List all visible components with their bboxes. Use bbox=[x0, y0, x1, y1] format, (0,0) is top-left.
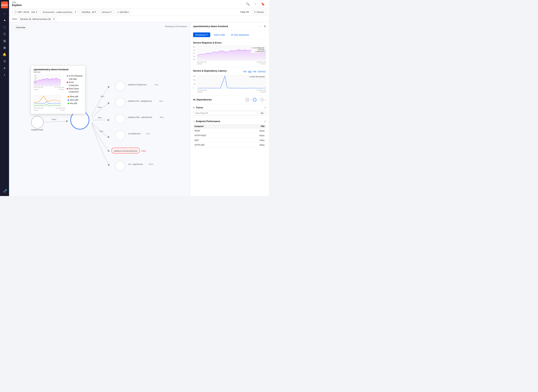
add-to-filter-btn[interactable]: Add to Filter bbox=[212, 33, 227, 37]
sidebar-item-logs[interactable]: ☰ bbox=[1, 31, 8, 37]
sidebar-item-dashboard[interactable]: ⊞ bbox=[1, 58, 8, 64]
tooltip-requests-chart-wrap: 8/s6/s4/s2/s0/s 10:57:30 AM 11:12:30 AM … bbox=[33, 74, 64, 93]
rp-lat-x-start: 10:34:50 AM TODAY bbox=[197, 89, 207, 93]
col-p99[interactable]: P99 bbox=[253, 71, 256, 73]
rp-latency-section: Service & Dependency Latency P50 P90 P99… bbox=[190, 67, 269, 96]
dep-chevron-icon[interactable]: › bbox=[265, 98, 266, 101]
services-label: Services bbox=[102, 11, 110, 13]
header-plus-icon[interactable]: ＋ bbox=[252, 1, 259, 7]
sidebar-item-home[interactable]: ⌂ bbox=[1, 10, 8, 17]
node-recommendation[interactable] bbox=[115, 114, 125, 124]
rp-latency-chart-row: 30s 20s 10s 0 bbox=[193, 75, 266, 93]
tooltip-requests-row: 8/s6/s4/s2/s0/s 10:57:30 AM 11:12:30 AM … bbox=[33, 74, 83, 93]
rp-req-x-end: 10:49:50 AM TODAY bbox=[256, 61, 266, 65]
refresh-btn[interactable]: ↻ Refresh bbox=[252, 10, 266, 14]
endpoint-icon: ↑. bbox=[193, 120, 195, 123]
service-tooltip: opentelemetry-demo-frontend Service bbox=[31, 65, 85, 114]
rp-latency-title: Service & Dependency Latency bbox=[193, 70, 227, 72]
workflow-label: Workflow : All bbox=[82, 11, 94, 13]
tooltip-latency-times: 10:57:30 AM 11:12:30 AM bbox=[33, 107, 65, 109]
node-ad-label: .mo.AdService bbox=[128, 133, 140, 135]
col-service[interactable]: SERVICE bbox=[258, 71, 266, 73]
node-loadgenerator[interactable] bbox=[31, 116, 43, 128]
edge-label-8ms: 8ms bbox=[98, 117, 102, 119]
endpoint-col-p90: P90 bbox=[240, 124, 266, 129]
breakdown-btn[interactable]: Breakdown ▾ bbox=[193, 33, 210, 37]
sidebar-item-settings[interactable]: ⚙ bbox=[1, 188, 8, 195]
endpoint-header: ↑. Endpoint Performance ⤢ bbox=[193, 120, 266, 123]
rp-latency-legend: ■ 15ms This Service bbox=[249, 76, 265, 78]
tooltip-latency-row: 10:57:30 AM 11:12:30 AM TODAY TODAY bbox=[33, 95, 83, 112]
sidebar-item-alerts[interactable]: 🔔 bbox=[1, 51, 8, 57]
p90-dot bbox=[68, 99, 69, 101]
latency-time-end: 11:12:30 AM bbox=[55, 107, 65, 109]
node-ad[interactable] bbox=[115, 131, 125, 140]
header-bookmark-icon[interactable]: 🔖 bbox=[260, 1, 266, 7]
root-cause-dot bbox=[67, 88, 68, 89]
sidebar-item-box[interactable]: ⬧ bbox=[1, 72, 8, 78]
node-cart[interactable] bbox=[115, 81, 125, 91]
dep-arrow-2: → bbox=[257, 98, 260, 101]
rp-more-btn[interactable]: ··· bbox=[259, 25, 262, 28]
rp-close-btn[interactable]: ✕ bbox=[264, 24, 266, 28]
latency-day-labels: TODAY TODAY bbox=[33, 109, 65, 111]
legend-p50: 4ms p50 bbox=[68, 102, 83, 105]
time-range-btn[interactable]: 🕐 GMT +00:00 -15m ▾ bbox=[12, 10, 39, 14]
view-select[interactable]: Services (3), Inferred services (6) ▾ bbox=[19, 17, 56, 21]
breakdown-chevron: ▾ bbox=[207, 33, 208, 36]
filter-icon: ⊿ bbox=[117, 11, 119, 13]
header-search-icon[interactable]: 🔍 bbox=[245, 1, 251, 7]
endpoint-expand-icon[interactable]: ⤢ bbox=[264, 120, 266, 123]
node-productcatalog-latency: 5ms bbox=[159, 100, 163, 102]
view-bar: View Services (3), Inferred services (6)… bbox=[9, 16, 269, 22]
trace-input-row: Go bbox=[193, 111, 266, 115]
edge-frontend-productcatalog bbox=[92, 103, 109, 118]
sidebar-item-topology[interactable]: ⬡ bbox=[1, 24, 8, 30]
sidebar-item-apm[interactable]: ✦ bbox=[1, 17, 8, 23]
node-logs[interactable] bbox=[115, 161, 125, 171]
clear-all-btn[interactable]: Clear All bbox=[238, 10, 251, 14]
legend-root-cause: Root Cause bbox=[67, 87, 83, 90]
tooltip-header: opentelemetry-demo-frontend Service bbox=[31, 66, 85, 74]
view-dashboard-btn[interactable]: ⊞ View Dashboard bbox=[229, 33, 251, 37]
logo-text: splunk> bbox=[1, 4, 8, 6]
add-filters-btn[interactable]: ⊿ Add filters bbox=[115, 10, 131, 14]
node-logs-latency: 10ms bbox=[148, 163, 153, 165]
endpoint-p90-2: 13ms bbox=[240, 138, 266, 143]
environment-label: Environment : nodejs-workshop-... bbox=[43, 11, 74, 13]
traces-title: Traces bbox=[196, 106, 203, 109]
rp-latency-y-axis: 30s 20s 10s 0 bbox=[193, 75, 196, 89]
trace-id-input[interactable] bbox=[193, 111, 257, 115]
traces-expand-icon[interactable]: ⤢ bbox=[264, 106, 266, 109]
sidebar-item-tag[interactable]: ◈ bbox=[1, 65, 8, 71]
trace-go-btn[interactable]: Go bbox=[258, 111, 266, 115]
node-checkout-label: oteldemo.CheckoutService bbox=[114, 150, 137, 152]
right-panel: opentelemetry-demo-frontend ··· ✕ Breakd… bbox=[190, 22, 269, 196]
requests-dot bbox=[67, 75, 68, 77]
tooltip-subtitle: Service bbox=[33, 71, 83, 73]
header-left: APM Explore bbox=[12, 1, 22, 7]
rp-req-x-start: 10:34:50 AM TODAY bbox=[197, 61, 206, 65]
services-btn[interactable]: Services ▾ bbox=[100, 10, 114, 14]
workflow-btn[interactable]: Workflow : All ▾ bbox=[80, 10, 98, 14]
splunk-logo[interactable]: splunk> bbox=[1, 1, 8, 8]
endpoint-p90-1: 41ms bbox=[240, 133, 266, 138]
node-cart-label: oteldemo.CartService bbox=[128, 84, 147, 86]
node-productcatalog[interactable] bbox=[115, 98, 125, 107]
dep-arrow-1: → bbox=[250, 98, 252, 101]
p99-dot bbox=[68, 96, 69, 98]
sidebar-item-charts[interactable]: ▦ bbox=[1, 38, 8, 44]
overview-btn[interactable]: ‹ Overview bbox=[12, 25, 28, 30]
dep-title-text: Dependencies bbox=[196, 98, 212, 101]
node-loadgenerator-label: loadgenerator bbox=[31, 129, 43, 131]
sidebar-item-monitor[interactable]: ▣ bbox=[1, 44, 8, 51]
chart-day-labels: TODAY TODAY bbox=[33, 89, 64, 90]
workflow-dropdown-icon: ▾ bbox=[95, 11, 96, 13]
col-p90[interactable]: P90 bbox=[248, 71, 251, 73]
legend-total: 4.8k total bbox=[67, 77, 83, 81]
chevron-left-icon: ‹ bbox=[14, 26, 15, 29]
endpoint-title: ↑. Endpoint Performance bbox=[193, 120, 220, 123]
col-p50[interactable]: P50 bbox=[243, 71, 247, 73]
environment-btn[interactable]: Environment : nodejs-workshop-... ▾ bbox=[41, 10, 78, 14]
endpoint-title-text: Endpoint Performance bbox=[196, 120, 220, 123]
